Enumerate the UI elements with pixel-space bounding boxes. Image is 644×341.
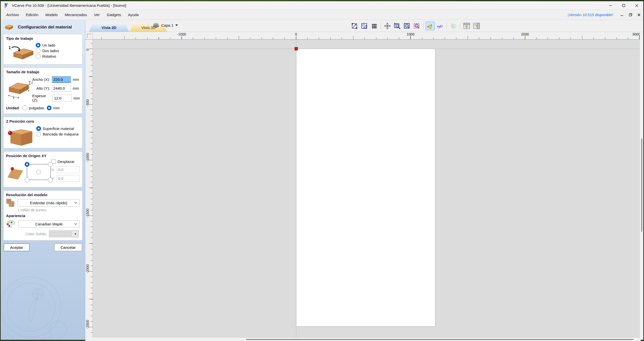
resolucion-apariencia-box: Resolución del modelo Estándar (más rápi… <box>3 190 83 241</box>
origin-y-input[interactable] <box>57 175 80 182</box>
cancelar-button[interactable]: Cancelar <box>54 244 82 251</box>
dropdown-arrow-icon: ▼ <box>72 231 78 237</box>
close-button[interactable] <box>630 1 643 10</box>
espesor-unit: mm <box>73 96 80 100</box>
radio-dos-lados-control[interactable] <box>36 48 41 53</box>
toolbar-icon-dock-panel-side[interactable] <box>472 22 481 30</box>
espesor-input[interactable] <box>53 95 72 101</box>
espesor-label: Espesor (Z): <box>32 94 51 102</box>
ancho-input[interactable] <box>52 76 71 83</box>
alto-unit: mm <box>73 86 80 90</box>
origen-title: Posición de Origen XY <box>6 154 80 158</box>
resolution-hint: 1 millón de puntos <box>18 208 80 212</box>
horizontal-scrollbar[interactable] <box>93 338 641 341</box>
desplazar-row[interactable]: Desplazar <box>51 159 80 164</box>
drawing-canvas-2d[interactable] <box>93 40 641 338</box>
origin-x-input[interactable] <box>57 166 80 173</box>
toolbar-icon-toggle-toolpath-drawing[interactable] <box>426 22 435 30</box>
appearance-selected-value: Canadian Maple <box>35 222 63 226</box>
z-zero-illustration <box>6 125 34 146</box>
radio-superficie-control[interactable] <box>36 126 41 131</box>
toolbar-icon-snap-guides[interactable] <box>360 22 369 30</box>
alto-label: Alto (Y): <box>36 86 50 90</box>
resolucion-title: Resolución del modelo <box>6 193 80 197</box>
version-update-link[interactable]: ¡Versión 10.515 disponible! <box>568 13 613 17</box>
toolbar-icon-zoom-extents[interactable] <box>403 22 412 30</box>
maximize-button[interactable] <box>617 1 630 10</box>
appearance-palette-icon <box>6 220 16 228</box>
chevron-down-icon <box>74 201 77 204</box>
layer-selector-label: Capa 1 <box>161 23 173 27</box>
model-resolution-icon <box>6 198 15 207</box>
side-count-badge: 1 <box>9 46 11 50</box>
material-setup-panel: Configuración del material Tipo de traba… <box>1 20 85 340</box>
horizontal-ruler: -1000 0 1000 2000 3000 <box>93 32 641 40</box>
toolbar-icon-dock-panel-bottom[interactable] <box>462 22 471 30</box>
mdi-close-button[interactable] <box>635 11 643 19</box>
title-bar: VCarve Pro 10.509 - {Universidad Iberoam… <box>1 1 643 10</box>
toolbar-icon-snap-objects[interactable] <box>350 22 359 30</box>
solid-color-picker[interactable]: ▼ <box>49 230 79 237</box>
menu-edicion[interactable]: Edición <box>22 11 42 19</box>
horizontal-scrollbar-thumb[interactable] <box>246 339 633 340</box>
menu-gadgets[interactable]: Gadgets <box>103 11 125 19</box>
solid-color-swatch <box>50 232 71 236</box>
toolbar-icon-pan-view[interactable] <box>383 22 392 30</box>
zcero-title: Z Posición cero <box>6 119 80 123</box>
mdi-restore-button[interactable] <box>626 11 635 19</box>
radio-rotativo[interactable]: Rotativo <box>36 54 59 59</box>
alto-input[interactable] <box>52 85 71 92</box>
origin-center-radio[interactable] <box>36 170 41 175</box>
app-logo-icon <box>4 3 9 8</box>
tamano-title: Tamaño de trabajo <box>6 70 80 74</box>
radio-pulgadas-label: pulgadas <box>29 106 44 110</box>
vertical-scrollbar[interactable] <box>640 32 643 340</box>
radio-mm-control[interactable] <box>47 106 52 110</box>
tab-vista-2d[interactable]: Vista 2D <box>89 23 129 32</box>
mdi-minimize-button[interactable] <box>618 11 626 19</box>
material-sheet[interactable] <box>296 49 435 327</box>
toolbar-icon-toggle-solid-toolpaths[interactable] <box>435 22 445 30</box>
radio-mm[interactable]: mm <box>47 106 60 110</box>
ruler-label: -1000 <box>86 158 90 162</box>
xy-origin-illustration <box>6 158 24 185</box>
tipo-title: Tipo de trabajo <box>6 36 80 41</box>
appearance-select[interactable]: Canadian Maple <box>18 220 80 228</box>
radio-un-lado[interactable]: Un lado <box>36 43 59 48</box>
radio-pulgadas-control[interactable] <box>22 106 27 110</box>
origin-top-left-radio[interactable] <box>25 162 29 167</box>
menu-archivo[interactable]: Archivo <box>3 11 22 19</box>
menu-ayuda[interactable]: Ayuda <box>125 11 142 19</box>
minimize-button[interactable] <box>604 1 617 10</box>
chevron-down-icon <box>175 24 178 26</box>
toolbar-icon-snap-grid[interactable] <box>370 22 379 30</box>
resolution-select[interactable]: Estándar (más rápido) <box>18 199 80 207</box>
material-block-icon <box>4 23 14 31</box>
radio-bancada-maquina[interactable]: Bancada de máquina <box>36 132 78 137</box>
toolbar-icon-toggle-3d-preview[interactable] <box>449 22 458 30</box>
window-title: VCarve Pro 10.509 - {Universidad Iberoam… <box>12 3 126 8</box>
radio-dos-lados[interactable]: Dos lados <box>36 48 59 53</box>
origin-bottom-left-radio[interactable] <box>25 178 29 182</box>
axis-y-label: Y <box>28 89 30 93</box>
decorative-flourish <box>1 259 79 340</box>
menu-mecanizados[interactable]: Mecanizados <box>61 11 90 19</box>
radio-superficie-label: Superficie material <box>43 126 74 131</box>
vertical-scrollbar-thumb[interactable] <box>641 139 642 232</box>
radio-bancada-control[interactable] <box>36 132 41 137</box>
aceptar-button[interactable]: Aceptar <box>4 244 29 251</box>
menu-ver[interactable]: Ver <box>91 11 103 19</box>
ruler-label: -500 <box>86 102 90 106</box>
radio-un-lado-control[interactable] <box>36 43 41 48</box>
radio-pulgadas[interactable]: pulgadas <box>22 106 44 110</box>
menu-modelo[interactable]: Modelo <box>42 11 61 19</box>
radio-superficie-material[interactable]: Superficie material <box>36 126 78 131</box>
origin-marker[interactable] <box>295 47 298 50</box>
desktop-wallpaper: VCarve Pro 10.509 - {Universidad Iberoam… <box>0 0 644 341</box>
toolbar-icon-zoom-selection[interactable] <box>412 22 421 30</box>
radio-rotativo-control[interactable] <box>36 54 41 59</box>
toolbar-icon-zoom-box[interactable] <box>393 22 402 30</box>
apariencia-title: Apariencia <box>6 214 80 218</box>
ancho-unit: mm <box>73 77 80 82</box>
layer-selector[interactable]: Capa 1 <box>153 22 178 28</box>
